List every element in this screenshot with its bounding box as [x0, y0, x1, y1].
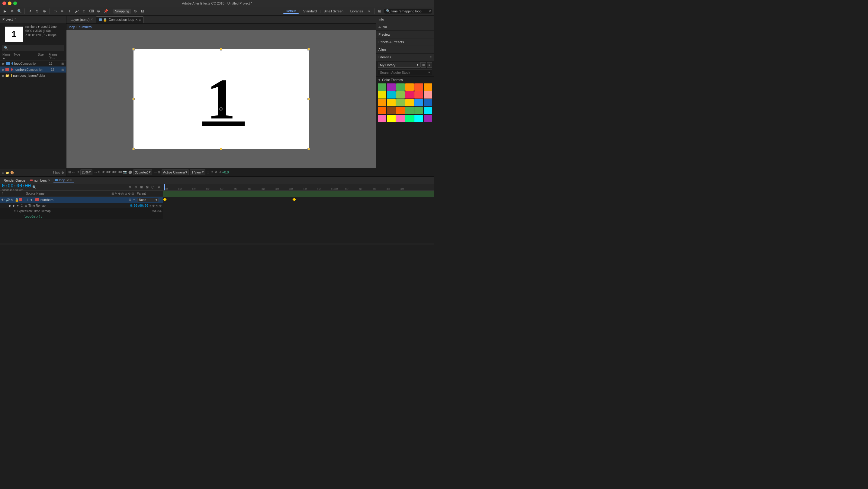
hand-tool-icon[interactable]: ✥ — [9, 8, 15, 14]
color-swatch[interactable] — [387, 83, 395, 91]
list-item[interactable]: ▶ 📁 numbers_layers Folder — [0, 73, 66, 79]
layer-switch-1[interactable]: ⊞ — [129, 198, 132, 202]
viewer-tool-10[interactable]: ⊗ — [214, 170, 217, 174]
color-swatch[interactable] — [414, 91, 423, 98]
layer-audio-icon[interactable]: 🔊 — [6, 198, 9, 202]
tab-menu-icon[interactable]: ≡ — [139, 18, 141, 22]
viewer-tool-6[interactable]: ▭ — [153, 170, 156, 174]
color-swatch[interactable] — [414, 115, 423, 122]
workspace-default[interactable]: Default — [283, 8, 299, 14]
viewer-tool-8[interactable]: ⊞ — [207, 170, 209, 174]
color-swatch[interactable] — [387, 91, 395, 98]
tab-layer-none[interactable]: Layer (none) ✕ — [68, 16, 95, 23]
tl-tool-1[interactable]: ⊗ — [127, 185, 132, 190]
camera-track-icon[interactable]: ⊕ — [41, 8, 48, 14]
camera-orbit-icon[interactable]: ⊙ — [34, 8, 40, 14]
tab-numbers[interactable]: numbers ✕ — [28, 178, 52, 183]
clone-tool-icon[interactable]: ⎅ — [81, 8, 87, 14]
color-swatch[interactable] — [378, 83, 386, 91]
color-swatch[interactable] — [378, 115, 386, 122]
list-item[interactable]: ▶ numbers Composition 12 ⊠ — [0, 66, 66, 73]
color-swatch[interactable] — [396, 107, 405, 114]
tab-comp-close-icon[interactable]: ✕ — [135, 18, 138, 22]
audio-header[interactable]: Audio — [376, 23, 434, 31]
viewer-tool-9[interactable]: ⊕ — [211, 170, 213, 174]
keyframe-end[interactable] — [292, 198, 296, 201]
tab-render-queue[interactable]: Render Queue — [2, 178, 27, 183]
time-remap-track[interactable] — [163, 197, 434, 202]
current-timecode[interactable]: 0:00:00:00 — [2, 183, 31, 189]
workspace-standard[interactable]: Standard — [301, 9, 319, 13]
project-trash-icon[interactable]: 🗑 — [61, 171, 64, 174]
tl-tool-5[interactable]: ⬡ — [150, 185, 155, 190]
color-swatch[interactable] — [387, 115, 395, 122]
loop-tab-menu-icon[interactable]: ≡ — [70, 179, 72, 182]
eraser-tool-icon[interactable]: ⌫ — [88, 8, 94, 14]
view-mode-dropdown[interactable]: Active Camera ▾ — [162, 169, 189, 175]
color-swatch[interactable] — [396, 115, 405, 122]
quality-dropdown[interactable]: (Quarter) ▾ — [133, 169, 152, 175]
color-swatch[interactable] — [424, 99, 432, 106]
3d-icon[interactable]: ⊡ — [140, 8, 146, 14]
color-swatch[interactable] — [405, 91, 414, 98]
preview-header[interactable]: Preview — [376, 31, 434, 38]
tab-loop[interactable]: loop ✕ ≡ — [54, 178, 74, 183]
viewer-tool-3[interactable]: ⊙ — [76, 170, 79, 174]
viewer-refresh-icon[interactable]: ↺ — [218, 170, 221, 174]
libraries-header-bar[interactable]: Libraries ≡ — [376, 54, 434, 61]
viewer-camera-icon[interactable]: 📷 — [123, 170, 127, 174]
list-item[interactable]: ▶ loop Composition 12 ⊠ — [0, 60, 66, 66]
rotate-tool-icon[interactable]: ↺ — [27, 8, 33, 14]
expand-arrow[interactable]: ▶ — [2, 74, 5, 77]
roto-tool-icon[interactable]: ⊗ — [95, 8, 101, 14]
viewer-tool-7[interactable]: ⊠ — [158, 170, 160, 174]
pen-tool-icon[interactable]: ✏ — [59, 8, 65, 14]
libraries-menu-icon[interactable]: ≡ — [430, 55, 432, 59]
sub-tool-4[interactable]: ⊗ — [159, 204, 162, 207]
fullscreen-button[interactable] — [13, 1, 17, 5]
play-btn[interactable]: ▶ — [13, 204, 15, 207]
color-swatch[interactable] — [414, 99, 423, 106]
more-workspaces-icon[interactable]: » — [366, 8, 372, 14]
color-swatch[interactable] — [396, 83, 405, 91]
layer-name[interactable]: numbers — [40, 198, 127, 202]
col-header-name[interactable]: Name ▲ — [2, 53, 13, 60]
tab-layer-close-icon[interactable]: ✕ — [91, 18, 93, 21]
color-swatch[interactable] — [378, 99, 386, 106]
color-swatch[interactable] — [405, 107, 414, 114]
breadcrumb-numbers[interactable]: numbers — [79, 25, 92, 29]
tl-tool-6[interactable]: ⊜ — [156, 185, 161, 190]
main-search-input[interactable] — [392, 9, 428, 13]
project-new-comp-icon[interactable]: ⊞ — [2, 171, 4, 174]
play-icon[interactable]: ▶ — [9, 204, 11, 207]
sub-tool-3[interactable]: ☀ — [156, 204, 158, 207]
layer-switch-2[interactable]: ✏ — [133, 198, 136, 202]
text-tool-icon[interactable]: T — [66, 8, 72, 14]
library-search-input[interactable] — [380, 71, 427, 74]
color-swatch[interactable] — [396, 91, 405, 98]
layer-track-numbers[interactable] — [163, 191, 434, 197]
tl-tool-2[interactable]: ⊕ — [133, 185, 138, 190]
minimize-button[interactable] — [8, 1, 11, 5]
color-swatch[interactable] — [405, 115, 414, 122]
timeline-search-icon[interactable]: 🔍 — [32, 185, 37, 190]
search-icon[interactable]: ⊞ — [377, 8, 383, 14]
col-header-fps[interactable]: Frame Ra... — [49, 53, 64, 60]
color-swatch[interactable] — [387, 107, 395, 114]
sub-tool-2[interactable]: ⊕ — [152, 204, 155, 207]
viewer-tool-2[interactable]: ▭ — [72, 170, 75, 174]
color-swatch[interactable] — [387, 99, 395, 106]
sub-prop-value[interactable]: 0:00:00:00 — [130, 204, 148, 207]
tl-tool-3[interactable]: ⊞ — [139, 185, 144, 190]
playhead[interactable] — [164, 184, 165, 191]
viewer-tool-1[interactable]: ⊞ — [68, 170, 71, 174]
composition-viewer[interactable]: 1 — [66, 30, 376, 168]
viewer-tool-5[interactable]: ⊕ — [98, 170, 100, 174]
viewer-color-icon[interactable]: ⬤ — [128, 170, 132, 174]
zoom-tool-icon[interactable]: 🔍 — [16, 8, 22, 14]
layer-expand-icon[interactable]: ▼ — [29, 198, 34, 202]
color-swatch[interactable] — [405, 99, 414, 106]
layer-lock-icon[interactable]: 🔒 — [15, 198, 19, 202]
color-themes-header[interactable]: ▼ Color Themes — [376, 77, 434, 83]
my-library-dropdown[interactable]: My Library ▾ — [378, 62, 421, 68]
